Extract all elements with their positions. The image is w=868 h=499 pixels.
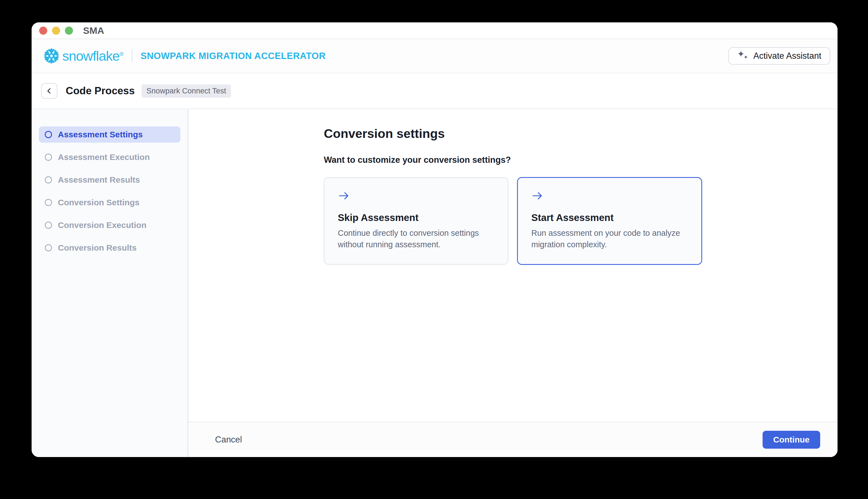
sidebar-item-conversion-settings[interactable]: Conversion Settings xyxy=(39,194,181,211)
continue-button[interactable]: Continue xyxy=(762,431,820,449)
radio-circle-icon xyxy=(45,199,52,206)
minimize-window-button[interactable] xyxy=(52,27,60,35)
sparkles-icon: ✦ ✦ xyxy=(737,50,748,62)
sidebar-item-label: Assessment Results xyxy=(58,175,140,185)
radio-circle-icon xyxy=(45,244,52,252)
snowflake-icon xyxy=(44,48,60,64)
traffic-lights xyxy=(39,27,73,35)
sidebar-item-label: Conversion Settings xyxy=(58,198,139,207)
activate-assistant-label: Activate Assistant xyxy=(753,51,821,61)
radio-circle-icon xyxy=(45,131,52,138)
question-text: Want to customize your conversion settin… xyxy=(324,155,702,165)
sidebar-item-label: Conversion Results xyxy=(58,243,137,253)
chevron-left-icon xyxy=(45,87,53,95)
main-content: Conversion settings Want to customize yo… xyxy=(188,109,838,422)
card-title: Start Assessment xyxy=(531,212,688,223)
sidebar-item-conversion-results[interactable]: Conversion Results xyxy=(39,240,181,256)
app-window: SMA snowflake® SNOWPARK MIGRATION ACCELE… xyxy=(32,22,838,457)
radio-circle-icon xyxy=(45,221,52,229)
arrow-right-icon xyxy=(338,191,350,201)
product-name: SNOWPARK MIGRATION ACCELERATOR xyxy=(141,51,326,61)
card-title: Skip Assessment xyxy=(338,212,494,223)
body-row: Assessment Settings Assessment Execution… xyxy=(32,109,838,457)
steps-sidebar: Assessment Settings Assessment Execution… xyxy=(32,109,188,457)
card-description: Continue directly to conversion settings… xyxy=(338,228,494,250)
app-header: snowflake® SNOWPARK MIGRATION ACCELERATO… xyxy=(32,39,838,73)
sidebar-item-assessment-results[interactable]: Assessment Results xyxy=(39,172,181,188)
page-header: Code Process Snowpark Connect Test xyxy=(32,73,838,109)
sidebar-item-label: Conversion Execution xyxy=(58,220,147,230)
titlebar: SMA xyxy=(32,22,838,39)
option-cards: Skip Assessment Continue directly to con… xyxy=(324,177,702,265)
skip-assessment-card[interactable]: Skip Assessment Continue directly to con… xyxy=(324,177,508,265)
page-title: Code Process xyxy=(66,85,135,97)
header-divider xyxy=(132,49,132,62)
sidebar-item-assessment-execution[interactable]: Assessment Execution xyxy=(39,149,181,165)
sidebar-item-assessment-settings[interactable]: Assessment Settings xyxy=(39,126,181,143)
sidebar-item-conversion-execution[interactable]: Conversion Execution xyxy=(39,217,181,233)
page-heading: Conversion settings xyxy=(324,126,702,141)
sidebar-item-label: Assessment Settings xyxy=(58,130,142,139)
main-panel: Conversion settings Want to customize yo… xyxy=(188,109,838,457)
window-title: SMA xyxy=(83,25,104,36)
back-button[interactable] xyxy=(41,83,57,99)
arrow-right-icon xyxy=(531,191,544,201)
activate-assistant-button[interactable]: ✦ ✦ Activate Assistant xyxy=(728,47,830,65)
sidebar-item-label: Assessment Execution xyxy=(58,153,150,162)
zoom-window-button[interactable] xyxy=(65,27,73,35)
snowflake-logo: snowflake® xyxy=(44,48,123,64)
card-description: Run assessment on your code to analyze m… xyxy=(531,228,688,250)
snowflake-wordmark: snowflake® xyxy=(62,48,123,64)
radio-circle-icon xyxy=(45,176,52,183)
project-name-badge: Snowpark Connect Test xyxy=(141,84,231,98)
cancel-button[interactable]: Cancel xyxy=(215,435,242,445)
radio-circle-icon xyxy=(45,154,52,161)
start-assessment-card[interactable]: Start Assessment Run assessment on your … xyxy=(517,177,702,265)
footer-bar: Cancel Continue xyxy=(188,422,838,457)
close-window-button[interactable] xyxy=(39,27,47,35)
